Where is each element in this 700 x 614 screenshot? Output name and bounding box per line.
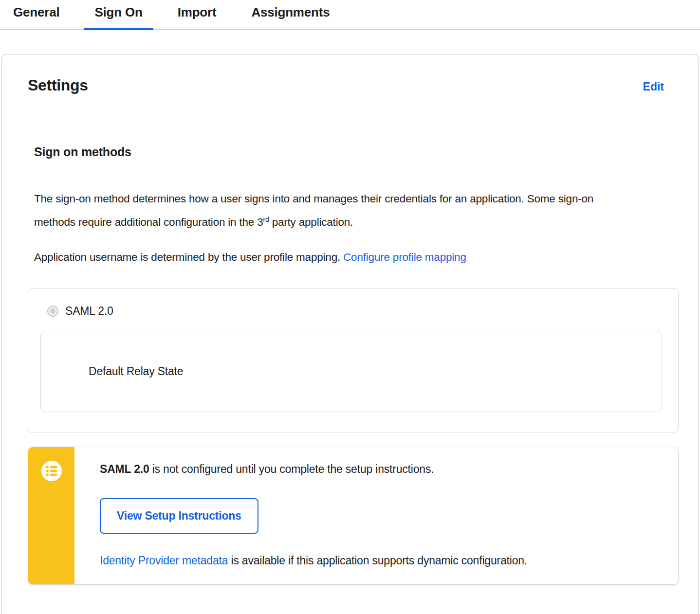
sign-on-methods-description: The sign-on method determines how a user… (34, 187, 613, 234)
tab-assignments[interactable]: Assignments (240, 5, 340, 30)
callout-footer-text: is available if this application support… (228, 554, 527, 567)
callout-message-bold: SAML 2.0 (100, 463, 149, 475)
settings-card: Settings Edit Sign on methods The sign-o… (1, 54, 699, 614)
saml-radio[interactable] (47, 306, 58, 317)
saml-setup-callout: SAML 2.0 is not configured until you com… (28, 447, 679, 585)
list-icon (41, 460, 62, 484)
edit-link[interactable]: Edit (643, 80, 664, 93)
view-setup-instructions-button[interactable]: View Setup Instructions (100, 498, 258, 534)
page-title: Settings (28, 76, 88, 94)
saml-radio-row: SAML 2.0 (28, 289, 678, 318)
tab-general[interactable]: General (2, 5, 70, 30)
username-note: Application username is determined by th… (34, 246, 613, 269)
callout-message: SAML 2.0 is not configured until you com… (100, 463, 527, 476)
saml-radio-label: SAML 2.0 (65, 305, 113, 318)
saml-method-box: SAML 2.0 Default Relay State (28, 288, 679, 433)
description-text-after: party application. (269, 216, 353, 228)
callout-body: SAML 2.0 is not configured until you com… (74, 447, 547, 584)
callout-message-rest: is not configured until you complete the… (149, 463, 434, 475)
identity-provider-metadata-link[interactable]: Identity Provider metadata (100, 554, 228, 567)
app-tab-bar: General Sign On Import Assignments (0, 0, 700, 30)
tab-sign-on[interactable]: Sign On (84, 5, 153, 30)
tab-import[interactable]: Import (167, 5, 227, 30)
default-relay-state-label: Default Relay State (89, 365, 183, 378)
callout-footer: Identity Provider metadata is available … (100, 554, 527, 567)
settings-card-header: Settings Edit (2, 55, 698, 94)
description-superscript: rd (263, 216, 269, 223)
configure-profile-mapping-link[interactable]: Configure profile mapping (343, 251, 466, 263)
sign-on-methods-heading: Sign on methods (34, 145, 698, 159)
default-relay-state-field: Default Relay State (40, 331, 662, 412)
username-note-text: Application username is determined by th… (34, 251, 343, 263)
callout-warning-strip (28, 447, 74, 584)
